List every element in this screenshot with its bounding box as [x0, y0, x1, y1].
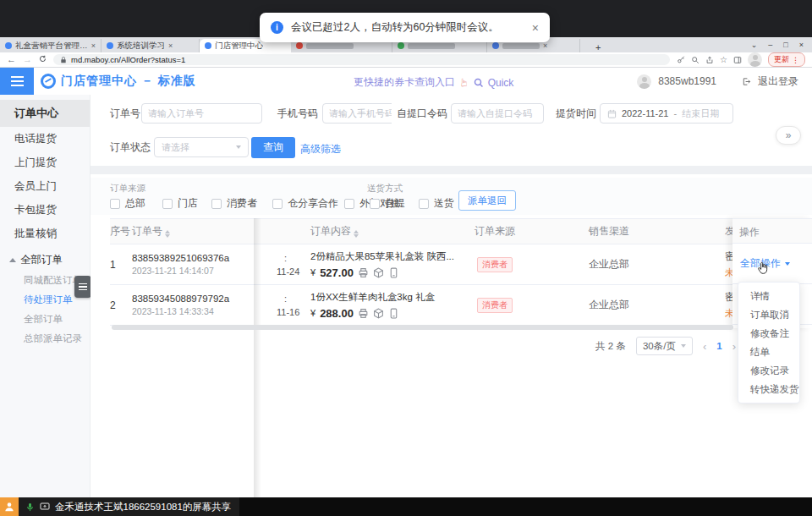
- checkbox-icon[interactable]: [344, 199, 354, 209]
- checkbox-hq[interactable]: 总部: [110, 196, 145, 211]
- bookmark-star-icon[interactable]: ☆: [720, 55, 727, 64]
- obscured-tab-text: [306, 43, 354, 49]
- forward-icon[interactable]: →: [23, 55, 32, 64]
- package-icon[interactable]: [373, 308, 384, 319]
- browser-profile-avatar[interactable]: [748, 52, 762, 67]
- table-row[interactable]: 2 83859345088979792a 2023-11-13 14:33:34…: [110, 285, 812, 326]
- menu-item-edit-note[interactable]: 修改备注: [738, 324, 799, 343]
- advanced-filter-link[interactable]: 高级筛选: [300, 142, 341, 156]
- tab-close-icon[interactable]: ×: [543, 41, 547, 50]
- order-content-price-row: ¥ 527.00: [310, 266, 461, 279]
- tab-close-icon[interactable]: ×: [168, 41, 173, 50]
- browser-tab-1[interactable]: 礼盒营销平台管理中心 ×: [0, 39, 102, 52]
- horizontal-scrollbar[interactable]: [112, 325, 733, 330]
- pagination-prev-button[interactable]: ‹: [703, 340, 706, 353]
- table-row[interactable]: 1 83859389251069376a 2023-11-21 14:14:07…: [110, 244, 812, 285]
- phone-icon[interactable]: [388, 267, 399, 278]
- username: 8385wb1991: [658, 75, 716, 87]
- search-button[interactable]: 查询: [251, 137, 295, 158]
- col-content[interactable]: 订单内容: [306, 219, 461, 244]
- pagination-next-button[interactable]: ›: [732, 340, 736, 353]
- order-status-select[interactable]: 请选择: [154, 137, 249, 157]
- checkbox-icon[interactable]: [370, 199, 380, 209]
- cell-clipped-datetime: : 11-16: [254, 285, 306, 326]
- checkbox-store[interactable]: 门店: [162, 196, 198, 211]
- col-order-no[interactable]: 订单号: [132, 219, 254, 244]
- checkbox-warehouse-share[interactable]: 仓分享合作: [272, 196, 338, 211]
- sidebar-item-phone-pickup[interactable]: 电话提货: [0, 127, 90, 151]
- sidebar-item-card-pickup[interactable]: 卡包提货: [0, 198, 90, 222]
- pickup-time-label: 提货时间: [556, 103, 596, 124]
- app-logo-icon: [41, 74, 56, 89]
- window-maximize-button[interactable]: □: [783, 41, 787, 49]
- collapse-filters-button[interactable]: »: [776, 126, 801, 145]
- sidebar-item-door-pickup[interactable]: 上门提货: [0, 151, 90, 174]
- page-size-select[interactable]: 30条/页: [636, 337, 693, 355]
- share-info-pill: 金禾通技术王斌18662591081的屏幕共享: [19, 497, 239, 516]
- package-icon[interactable]: [373, 267, 384, 278]
- share-icon[interactable]: [705, 56, 714, 64]
- obscured-tab-text: [502, 43, 540, 49]
- print-icon[interactable]: [358, 308, 369, 319]
- chrome-update-button[interactable]: 更新 ⋮: [768, 52, 805, 67]
- page-size-value: 30条/页: [643, 340, 676, 353]
- dispatch-return-button[interactable]: 派单退回: [458, 190, 516, 211]
- sidebar-item-member-visit[interactable]: 会员上门: [0, 174, 90, 198]
- side-panel-icon[interactable]: [733, 56, 742, 64]
- browser-tab-2[interactable]: 系统培训学习 ×: [102, 39, 200, 52]
- zoom-icon[interactable]: [691, 56, 700, 64]
- pickup-code-input[interactable]: [451, 103, 544, 124]
- clipped-text: :: [254, 253, 306, 263]
- reload-icon[interactable]: [39, 55, 47, 64]
- window-close-button[interactable]: ×: [799, 41, 804, 49]
- menu-item-details[interactable]: 详情: [738, 287, 799, 305]
- checkbox-icon[interactable]: [162, 199, 173, 209]
- date-range-picker[interactable]: 2022-11-21 - 结束日期: [600, 103, 733, 124]
- sidebar-subitem-hq-dispatch-log[interactable]: 总部派单记录: [0, 329, 90, 349]
- quick-search-icon[interactable]: [474, 78, 484, 88]
- phone-icon[interactable]: [388, 308, 399, 319]
- checkbox-self-pickup[interactable]: 自提: [370, 196, 405, 211]
- menu-item-edit-history[interactable]: 修改记录: [738, 361, 799, 380]
- checkbox-icon[interactable]: [272, 199, 283, 209]
- sidebar-group-all-orders[interactable]: 全部订单: [0, 249, 90, 271]
- tab-search-icon[interactable]: ⌄: [751, 41, 758, 49]
- checkbox-icon[interactable]: [110, 199, 120, 209]
- microphone-icon[interactable]: [25, 502, 35, 512]
- menu-item-to-express[interactable]: 转快递发货: [738, 380, 799, 398]
- checkbox-delivery[interactable]: 送货: [419, 196, 454, 211]
- new-tab-button[interactable]: +: [595, 42, 601, 52]
- cell-source: 消费者: [461, 244, 529, 285]
- checkbox-icon[interactable]: [211, 199, 222, 209]
- tab-favicon: [492, 42, 499, 49]
- sidebar: 订单中心 电话提货 上门提货 会员上门 卡包提货 批量核销 全部订单 同城配送订…: [0, 95, 91, 497]
- toast-close-icon[interactable]: ×: [532, 21, 539, 35]
- sort-icon[interactable]: [165, 230, 170, 238]
- source-filter-row: 订单来源 总部 门店 消费者 仓分享合作 外部对接 送货方式 自提 送货 派单退…: [91, 178, 812, 215]
- order-no-input[interactable]: [141, 103, 262, 124]
- sort-icon[interactable]: [354, 230, 359, 238]
- menu-item-cancel-order[interactable]: 订单取消: [738, 305, 799, 324]
- sidebar-item-batch-verify[interactable]: 批量核销: [0, 222, 90, 245]
- key-icon[interactable]: [677, 56, 685, 64]
- hamburger-menu-button[interactable]: [0, 68, 34, 95]
- presenter-icon: [0, 497, 19, 516]
- tab-close-icon[interactable]: ×: [91, 41, 96, 50]
- pagination-page-1[interactable]: 1: [716, 341, 721, 351]
- order-price: 288.00: [320, 307, 354, 320]
- sidebar-collapse-handle[interactable]: [74, 276, 91, 298]
- mouse-cursor-hand: [756, 261, 770, 276]
- checkbox-icon[interactable]: [419, 199, 429, 209]
- url-field[interactable]: md.maboy.cn/AllOrder?status=1: [53, 54, 670, 65]
- promo-link[interactable]: 更快捷的券卡查询入口: [354, 75, 455, 90]
- user-avatar[interactable]: [637, 74, 651, 89]
- logout-button[interactable]: 退出登录: [758, 74, 798, 89]
- sidebar-subitem-all-orders[interactable]: 全部订单: [0, 310, 90, 329]
- menu-item-close-order[interactable]: 结单: [738, 343, 799, 361]
- quick-link[interactable]: Quick: [488, 77, 514, 89]
- print-icon[interactable]: [358, 267, 369, 278]
- checkbox-consumer[interactable]: 消费者: [211, 196, 257, 211]
- window-minimize-button[interactable]: –: [768, 41, 772, 49]
- all-actions-dropdown-trigger[interactable]: 全部操作: [732, 244, 812, 284]
- back-icon[interactable]: ←: [7, 55, 16, 64]
